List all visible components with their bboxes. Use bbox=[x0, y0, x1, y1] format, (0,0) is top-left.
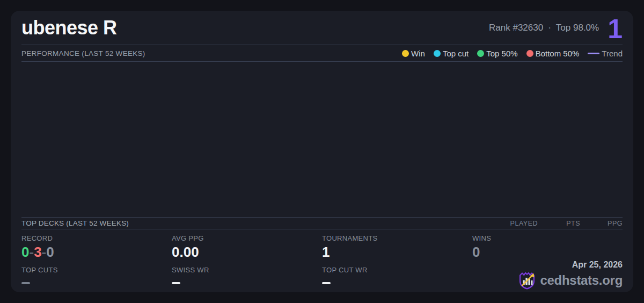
record-losses: 3 bbox=[34, 244, 41, 260]
top-cuts-value-dash: — bbox=[21, 282, 30, 284]
footer-date: Apr 25, 2026 bbox=[572, 260, 623, 270]
page-background: ubenese R Rank #32630 · Top 98.0% 1 PERF… bbox=[0, 0, 644, 303]
top-decks-header: TOP DECKS (LAST 52 WEEKS) PLAYED PTS PPG bbox=[21, 218, 623, 230]
top-cuts-label: TOP CUTS bbox=[21, 266, 172, 274]
top-cut-wr-value-dash: — bbox=[322, 282, 331, 284]
legend-item-top-cut: Top cut bbox=[434, 49, 469, 58]
stat-col-record: RECORD 0-3-0 TOP CUTS — bbox=[21, 234, 172, 290]
record-draws: 0 bbox=[46, 244, 54, 260]
legend-item-win: Win bbox=[402, 49, 425, 58]
player-name: ubenese R bbox=[21, 17, 117, 39]
legend-label: Top 50% bbox=[486, 49, 517, 58]
tournaments-value: 1 bbox=[322, 244, 472, 260]
legend-item-trend: Trend bbox=[588, 49, 623, 58]
bottom-50-dot-icon bbox=[526, 50, 533, 57]
legend-item-top-50: Top 50% bbox=[477, 49, 517, 58]
top-cut-dot-icon bbox=[434, 50, 441, 57]
record-dash: - bbox=[29, 244, 34, 260]
record-dash: - bbox=[42, 244, 47, 260]
legend-label: Top cut bbox=[443, 49, 469, 58]
column-header-pts: PTS bbox=[538, 220, 580, 227]
brand-row: cedhstats.org bbox=[517, 271, 623, 290]
player-stats-card: ubenese R Rank #32630 · Top 98.0% 1 PERF… bbox=[11, 11, 633, 292]
top-50-dot-icon bbox=[477, 50, 484, 57]
performance-chart bbox=[21, 62, 623, 217]
performance-title: PERFORMANCE (LAST 52 WEEKS) bbox=[21, 49, 145, 57]
swiss-wr-label: SWISS WR bbox=[172, 266, 322, 274]
stat-col-avg-ppg: AVG PPG 0.00 SWISS WR — bbox=[172, 234, 322, 290]
column-header-ppg: PPG bbox=[580, 220, 623, 227]
trend-line-icon bbox=[588, 53, 599, 54]
performance-header: PERFORMANCE (LAST 52 WEEKS) Win Top cut … bbox=[21, 45, 623, 62]
top-decks-title: TOP DECKS (LAST 52 WEEKS) bbox=[21, 219, 129, 227]
win-dot-icon bbox=[402, 50, 409, 57]
wins-value: 0 bbox=[472, 244, 623, 260]
rank-line: Rank #32630 · Top 98.0% bbox=[489, 23, 599, 33]
record-label: RECORD bbox=[21, 234, 172, 242]
avg-ppg-value: 0.00 bbox=[172, 244, 322, 260]
rank-separator-dot: · bbox=[548, 23, 551, 33]
legend-label: Bottom 50% bbox=[536, 49, 580, 58]
legend-label: Win bbox=[411, 49, 425, 58]
brand-name: cedhstats.org bbox=[540, 273, 623, 288]
record-wins: 0 bbox=[21, 244, 29, 260]
stats-grid: RECORD 0-3-0 TOP CUTS — AVG PPG 0.00 SWI… bbox=[21, 229, 623, 292]
legend-item-bottom-50: Bottom 50% bbox=[526, 49, 580, 58]
chart-legend: Win Top cut Top 50% Bottom 50% Trend bbox=[402, 49, 623, 58]
count-badge: 1 bbox=[608, 16, 623, 42]
card-footer: Apr 25, 2026 bbox=[472, 260, 623, 290]
rank-text: Rank #32630 bbox=[489, 23, 543, 33]
tournaments-label: TOURNAMENTS bbox=[322, 234, 472, 242]
header-right: Rank #32630 · Top 98.0% 1 bbox=[489, 15, 623, 41]
stat-col-wins: WINS 0 Apr 25, 2026 bbox=[472, 234, 623, 290]
swiss-wr-value-dash: — bbox=[172, 282, 180, 284]
wins-label: WINS bbox=[472, 234, 623, 242]
avg-ppg-label: AVG PPG bbox=[172, 234, 322, 242]
top-percent-text: Top 98.0% bbox=[556, 23, 599, 33]
column-header-played: PLAYED bbox=[495, 220, 538, 227]
card-header: ubenese R Rank #32630 · Top 98.0% 1 bbox=[21, 11, 623, 45]
top-cut-wr-label: TOP CUT WR bbox=[322, 266, 472, 274]
cedhstats-logo-icon bbox=[517, 271, 537, 290]
stat-col-tournaments: TOURNAMENTS 1 TOP CUT WR — bbox=[322, 234, 472, 290]
record-value: 0-3-0 bbox=[21, 244, 172, 260]
legend-label: Trend bbox=[602, 49, 623, 58]
top-decks-columns: PLAYED PTS PPG bbox=[495, 220, 623, 227]
